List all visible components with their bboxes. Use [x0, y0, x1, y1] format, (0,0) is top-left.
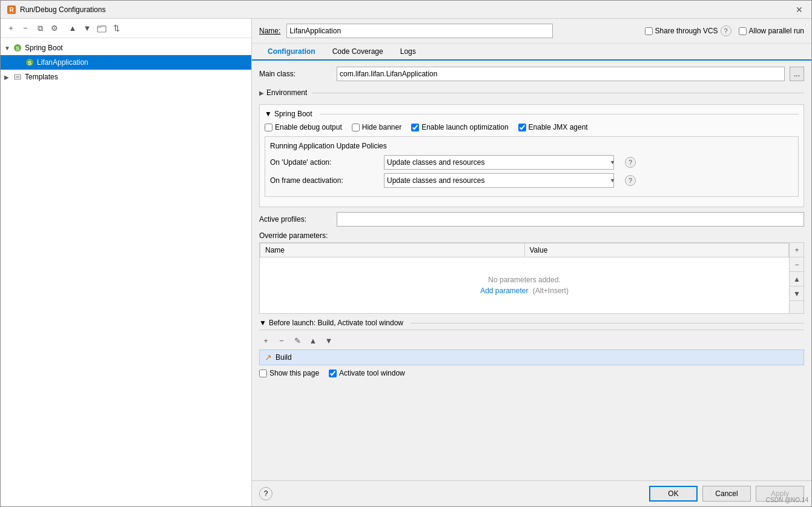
templates-arrow: ▶	[4, 74, 13, 81]
close-button[interactable]: ✕	[793, 4, 805, 16]
copy-config-button[interactable]: ⧉	[33, 22, 47, 35]
allow-parallel-group: Allow parallel run	[739, 27, 804, 35]
sidebar-item-lifan-application[interactable]: S LifanApplication	[1, 55, 251, 70]
table-main: Name Value No parameters added. Add para…	[260, 243, 789, 313]
main-class-row: Main class: com.lifan.lifan.LifanApplica…	[259, 67, 804, 81]
tab-content-configuration: Main class: com.lifan.lifan.LifanApplica…	[252, 61, 811, 480]
templates-icon	[13, 72, 22, 82]
enable-jmx-agent-label: Enable JMX agent	[529, 123, 588, 131]
enable-launch-optimization-label: Enable launch optimization	[421, 123, 508, 131]
sort-button[interactable]: ⇅	[110, 22, 123, 35]
before-launch-move-down-button[interactable]: ▼	[322, 334, 335, 347]
activate-tool-window-checkbox[interactable]	[329, 369, 337, 377]
hide-banner-item: Hide banner	[352, 123, 401, 131]
enable-jmx-agent-checkbox[interactable]	[518, 124, 526, 131]
before-launch-add-button[interactable]: +	[259, 334, 272, 347]
enable-debug-output-checkbox[interactable]	[265, 124, 272, 131]
tab-configuration[interactable]: Configuration	[259, 44, 324, 61]
remove-config-button[interactable]: −	[19, 22, 32, 35]
name-bar: Name: Share through VCS ? Allow parallel…	[252, 19, 811, 44]
table-empty-state: No parameters added. Add parameter (Alt+…	[260, 257, 789, 313]
on-update-help-icon[interactable]: ?	[625, 157, 636, 168]
before-launch-arrow[interactable]: ▼	[259, 319, 266, 327]
table-value-header: Value	[524, 244, 789, 257]
before-launch-header: ▼ Before launch: Build, Activate tool wi…	[259, 319, 804, 330]
add-config-button[interactable]: +	[4, 22, 18, 35]
sidebar: + − ⧉ ⚙ ▲ ▼ ⇅ ▼	[1, 19, 252, 506]
cancel-button[interactable]: Cancel	[702, 486, 751, 502]
name-label: Name:	[259, 27, 280, 35]
right-panel: Name: Share through VCS ? Allow parallel…	[252, 19, 811, 506]
footer: ? OK Cancel Apply	[252, 480, 811, 506]
build-arrow-icon: ↗	[265, 353, 272, 362]
show-this-page-label: Show this page	[269, 369, 319, 377]
on-frame-deactivation-select-wrapper: Update classes and resources Do nothing …	[384, 173, 620, 188]
enable-launch-optimization-checkbox[interactable]	[411, 124, 419, 131]
share-vcs-help-icon[interactable]: ?	[721, 25, 731, 36]
name-bar-right: Share through VCS ? Allow parallel run	[645, 25, 804, 36]
before-launch-label: Before launch: Build, Activate tool wind…	[269, 319, 403, 327]
table-name-header: Name	[260, 244, 525, 257]
before-launch-edit-button[interactable]: ✎	[291, 334, 304, 347]
footer-left: ?	[259, 487, 272, 500]
on-frame-deactivation-row: On frame deactivation: Update classes an…	[270, 173, 793, 188]
before-launch-divider	[411, 323, 804, 323]
svg-rect-7	[15, 75, 21, 79]
spring-boot-checkboxes: Enable debug output Hide banner Enable l…	[265, 123, 799, 131]
on-update-label: On 'Update' action:	[270, 158, 379, 167]
settings-config-button[interactable]: ⚙	[48, 22, 61, 35]
tab-code-coverage[interactable]: Code Coverage	[324, 44, 392, 61]
on-frame-deactivation-help-icon[interactable]: ?	[625, 175, 636, 186]
main-class-input[interactable]: com.lifan.lifan.LifanApplication	[337, 67, 785, 81]
share-vcs-group: Share through VCS ?	[645, 25, 731, 36]
share-through-vcs-checkbox[interactable]	[645, 27, 653, 35]
name-input[interactable]	[286, 24, 553, 38]
table-add-button[interactable]: +	[790, 243, 804, 257]
before-launch-toolbar: + − ✎ ▲ ▼	[259, 334, 804, 347]
on-frame-deactivation-select[interactable]: Update classes and resources Do nothing …	[384, 173, 614, 188]
hide-banner-label: Hide banner	[362, 123, 401, 131]
environment-label[interactable]: Environment	[266, 88, 307, 97]
environment-arrow[interactable]: ▶	[259, 90, 264, 96]
before-launch-remove-button[interactable]: −	[275, 334, 288, 347]
bottom-checkboxes: Show this page Activate tool window	[259, 369, 804, 377]
lifan-app-icon: S	[25, 58, 35, 67]
table-move-down-button[interactable]: ▼	[790, 287, 804, 301]
hide-banner-checkbox[interactable]	[352, 124, 360, 131]
main-class-browse-button[interactable]: ...	[790, 67, 804, 81]
sidebar-item-templates[interactable]: ▶ Templates	[1, 70, 251, 84]
spring-boot-divider	[320, 114, 799, 114]
allow-parallel-run-checkbox[interactable]	[739, 27, 747, 35]
tab-logs[interactable]: Logs	[392, 44, 424, 61]
window-title: Run/Debug Configurations	[20, 5, 793, 14]
before-launch-section: ▼ Before launch: Build, Activate tool wi…	[259, 319, 804, 377]
before-launch-move-up-button[interactable]: ▲	[306, 334, 320, 347]
override-parameters-table-wrapper: Name Value No parameters added. Add para…	[259, 242, 804, 314]
on-update-select[interactable]: Update classes and resources Do nothing …	[384, 155, 614, 170]
override-table: Name Value	[260, 243, 789, 257]
active-profiles-input[interactable]	[337, 212, 804, 227]
environment-divider	[312, 93, 804, 93]
sidebar-tree: ▼ S Spring Boot S	[1, 38, 251, 506]
add-parameter-link[interactable]: Add parameter	[480, 287, 528, 295]
add-parameter-row: Add parameter (Alt+Insert)	[278, 287, 771, 295]
move-down-button[interactable]: ▼	[81, 22, 94, 35]
show-this-page-item: Show this page	[259, 369, 319, 377]
table-remove-button[interactable]: −	[790, 257, 804, 272]
help-button[interactable]: ?	[259, 487, 272, 500]
update-policies-title: Running Application Update Policies	[270, 142, 793, 150]
spring-boot-collapse-arrow[interactable]: ▼	[265, 110, 272, 118]
sidebar-group-spring-boot[interactable]: ▼ S Spring Boot	[1, 41, 251, 55]
activate-tool-window-label: Activate tool window	[339, 369, 405, 377]
show-this-page-checkbox[interactable]	[259, 369, 267, 377]
enable-jmx-agent-item: Enable JMX agent	[518, 123, 588, 131]
run-debug-configurations-window: R Run/Debug Configurations ✕ + − ⧉ ⚙ ▲ ▼	[0, 0, 812, 507]
enable-debug-output-item: Enable debug output	[265, 123, 342, 131]
spring-boot-header: ▼ Spring Boot	[265, 110, 799, 118]
table-move-up-button[interactable]: ▲	[790, 272, 804, 287]
move-up-button[interactable]: ▲	[66, 22, 79, 35]
ok-button[interactable]: OK	[649, 486, 698, 502]
on-frame-deactivation-label: On frame deactivation:	[270, 176, 379, 185]
folder-button[interactable]	[95, 22, 108, 35]
on-update-select-wrapper: Update classes and resources Do nothing …	[384, 155, 620, 170]
